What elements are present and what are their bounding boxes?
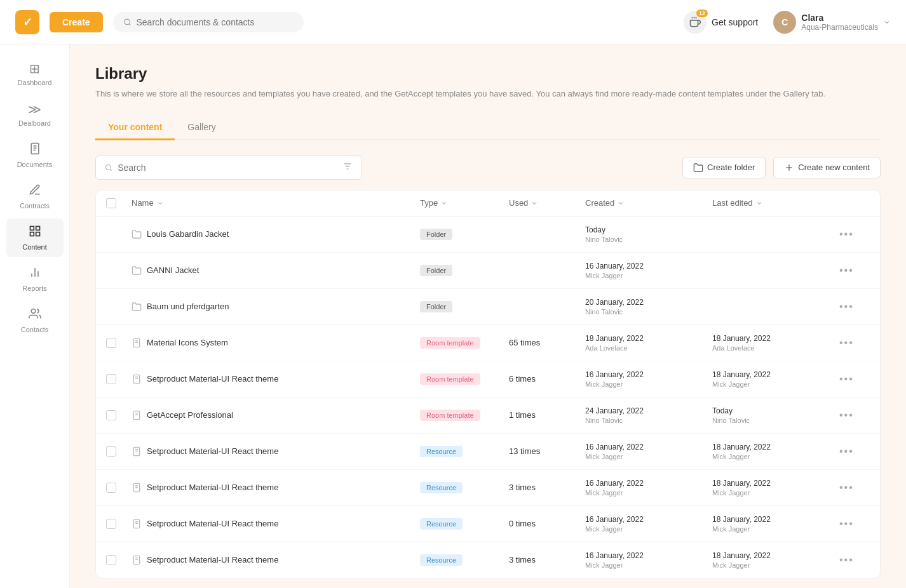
sidebar-item-content[interactable]: Content [6,218,64,257]
actions-cell: ••• [839,554,870,566]
sidebar-item-label: Reports [22,284,47,292]
type-cell: Room template [420,410,509,421]
table-row: Setproduct Material-UI React theme Resou… [96,470,880,506]
header-type-label: Type [420,198,438,208]
item-name[interactable]: Material Icons System [132,338,420,348]
item-name[interactable]: Setproduct Material-UI React theme [132,519,420,529]
support-button[interactable]: 12 Get support [684,11,758,34]
created-date: 16 January, 2022 [585,515,712,524]
sidebar-item-label: Contracts [20,202,50,210]
sidebar-item-contacts[interactable]: Contacts [6,301,64,340]
user-text: Clara Aqua-Pharmaceuticals [801,13,878,32]
more-options-button[interactable]: ••• [839,373,854,385]
toolbar: Create folder Create new content [95,156,881,180]
sidebar-item-reports[interactable]: Reports [6,260,64,298]
more-options-button[interactable]: ••• [839,301,854,312]
created-cell: 16 January, 2022 Mick Jagger [585,370,712,388]
sort-icon [156,199,164,207]
edited-by: Mick Jagger [712,380,839,388]
more-options-button[interactable]: ••• [839,410,854,421]
content-search-input[interactable] [118,163,332,173]
more-options-button[interactable]: ••• [839,482,854,493]
checkbox-cell [106,410,132,420]
created-date: 16 January, 2022 [585,443,712,451]
created-cell: 16 January, 2022 Mick Jagger [585,443,712,460]
item-name[interactable]: Louis Gabardin Jacket [132,229,420,239]
row-checkbox[interactable] [106,374,116,384]
item-name[interactable]: GetAccept Professional [132,410,420,420]
more-options-button[interactable]: ••• [839,229,854,240]
header-created-label: Created [585,198,614,208]
row-checkbox[interactable] [106,338,116,348]
sort-icon [440,199,448,207]
edited-by: Nino Talovic [712,417,839,424]
item-name-text: Setproduct Material-UI React theme [147,483,278,492]
sidebar-item-dashboard[interactable]: ⊞ Dashboard [6,55,64,93]
row-checkbox[interactable] [106,519,116,529]
type-cell: Folder [420,265,509,276]
sort-icon [531,199,538,207]
row-checkbox[interactable] [106,483,116,493]
dashboard-icon: ⊞ [29,61,40,76]
header-last-edited[interactable]: Last edited [712,198,839,208]
sort-icon [617,199,625,207]
folder-icon [132,229,142,239]
used-cell: 3 times [509,483,585,492]
more-options-button[interactable]: ••• [839,337,854,349]
create-button[interactable]: Create [50,12,103,32]
created-by: Nino Talovic [585,236,712,243]
type-badge: Resource [420,446,463,457]
item-name[interactable]: Setproduct Material-UI React theme [132,483,420,493]
global-search-input[interactable] [137,17,294,27]
header-name[interactable]: Name [132,198,420,208]
more-options-button[interactable]: ••• [839,446,854,457]
header-actions [839,198,870,208]
global-search[interactable] [113,12,304,32]
sidebar-item-documents[interactable]: Documents [6,136,64,175]
created-by: Mick Jagger [585,561,712,569]
edited-by: Mick Jagger [712,453,839,460]
table-row: Setproduct Material-UI React theme Resou… [96,434,880,470]
item-name[interactable]: GANNI Jacket [132,265,420,276]
header-created[interactable]: Created [585,198,712,208]
row-checkbox[interactable] [106,555,116,565]
type-cell: Resource [420,554,509,566]
item-name[interactable]: Setproduct Material-UI React theme [132,555,420,565]
header-used[interactable]: Used [509,198,585,208]
more-options-button[interactable]: ••• [839,518,854,530]
search-filter[interactable] [95,156,362,180]
created-date: 16 January, 2022 [585,551,712,560]
used-cell: 1 times [509,410,585,420]
create-folder-button[interactable]: Create folder [682,157,766,178]
main-layout: ⊞ Dashboard ≫ Dealboard Documents Contra… [0,44,906,588]
row-checkbox[interactable] [106,410,116,420]
checkbox-cell [106,555,132,565]
type-cell: Room template [420,337,509,349]
sidebar-item-dealboard[interactable]: ≫ Dealboard [6,95,64,133]
more-options-button[interactable]: ••• [839,265,854,276]
item-name[interactable]: Setproduct Material-UI React theme [132,374,420,384]
item-name-text: Setproduct Material-UI React theme [147,555,278,565]
search-icon [123,18,132,27]
select-all-checkbox[interactable] [106,198,116,208]
user-menu[interactable]: C Clara Aqua-Pharmaceuticals [773,11,891,34]
created-by: Nino Talovic [585,417,712,424]
item-name-text: Baum und pferdgarten [147,302,229,311]
more-options-button[interactable]: ••• [839,554,854,566]
table-row: Setproduct Material-UI React theme Room … [96,361,880,398]
type-badge: Room template [420,410,480,421]
filter-icon[interactable] [342,161,353,174]
created-date: 16 January, 2022 [585,479,712,488]
sidebar-item-label: Dashboard [18,79,52,86]
tab-your-content[interactable]: Your content [95,116,175,140]
item-name[interactable]: Baum und pferdgarten [132,302,420,312]
item-name[interactable]: Setproduct Material-UI React theme [132,446,420,457]
svg-line-18 [110,169,111,170]
create-content-button[interactable]: Create new content [773,157,881,178]
header-checkbox-cell [106,198,132,208]
last-edited-cell: 18 January, 2022 Mick Jagger [712,551,839,569]
row-checkbox[interactable] [106,446,116,457]
header-type[interactable]: Type [420,198,509,208]
tab-gallery[interactable]: Gallery [175,116,228,140]
sidebar-item-contracts[interactable]: Contracts [6,177,64,216]
